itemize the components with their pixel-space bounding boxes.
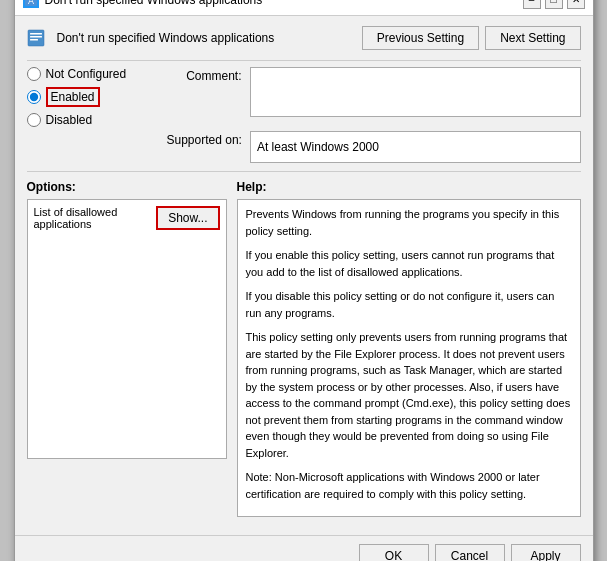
help-p5: Note: Non-Microsoft applications with Wi… [246, 469, 572, 502]
show-button[interactable]: Show... [156, 206, 219, 230]
title-bar: A Don't run specified Windows applicatio… [15, 0, 593, 16]
main-area: Not Configured Enabled Disabled Comment: [27, 67, 581, 163]
previous-setting-button[interactable]: Previous Setting [362, 26, 479, 50]
right-panel: Comment: Supported on: At least Windows … [167, 67, 581, 163]
help-panel: Help: Prevents Windows from running the … [237, 180, 581, 517]
dialog-content: Don't run specified Windows applications… [15, 16, 593, 527]
svg-rect-4 [30, 36, 42, 38]
bottom-bar: OK Cancel Apply [15, 535, 593, 561]
window-icon: A [23, 0, 39, 8]
supported-section: Supported on: At least Windows 2000 [167, 131, 581, 163]
comment-section: Comment: [167, 67, 581, 117]
apply-button[interactable]: Apply [511, 544, 581, 561]
options-content: List of disallowed applications Show... [27, 199, 227, 459]
options-help-row: Options: List of disallowed applications… [27, 180, 581, 517]
enabled-input[interactable] [27, 90, 41, 104]
disabled-input[interactable] [27, 113, 41, 127]
supported-label: Supported on: [167, 131, 242, 147]
section-divider [27, 171, 581, 172]
help-p3: If you disable this policy setting or do… [246, 288, 572, 321]
dialog-header-title: Don't run specified Windows applications [57, 31, 275, 45]
ok-button[interactable]: OK [359, 544, 429, 561]
options-panel: Options: List of disallowed applications… [27, 180, 227, 517]
svg-rect-3 [30, 33, 42, 35]
not-configured-input[interactable] [27, 67, 41, 81]
cancel-button[interactable]: Cancel [435, 544, 505, 561]
enabled-radio[interactable]: Enabled [27, 87, 157, 107]
header-left: Don't run specified Windows applications [27, 27, 275, 49]
header-buttons: Previous Setting Next Setting [362, 26, 581, 50]
minimize-button[interactable]: – [523, 0, 541, 9]
radio-group: Not Configured Enabled Disabled [27, 67, 157, 127]
header-divider [27, 60, 581, 61]
help-p4: This policy setting only prevents users … [246, 329, 572, 461]
enabled-label: Enabled [46, 87, 100, 107]
help-p1: Prevents Windows from running the progra… [246, 206, 572, 239]
help-content: Prevents Windows from running the progra… [237, 199, 581, 517]
svg-rect-2 [28, 30, 44, 46]
policy-icon [27, 27, 49, 49]
disabled-radio[interactable]: Disabled [27, 113, 157, 127]
disallowed-apps-row: List of disallowed applications Show... [34, 206, 220, 230]
svg-text:A: A [28, 0, 34, 6]
comment-input[interactable] [250, 67, 581, 117]
not-configured-radio[interactable]: Not Configured [27, 67, 157, 81]
help-title: Help: [237, 180, 581, 194]
disabled-label: Disabled [46, 113, 93, 127]
main-window: A Don't run specified Windows applicatio… [14, 0, 594, 561]
radio-panel: Not Configured Enabled Disabled [27, 67, 157, 163]
list-label: List of disallowed applications [34, 206, 151, 230]
comment-label: Comment: [167, 67, 242, 83]
svg-rect-5 [30, 39, 38, 41]
options-title: Options: [27, 180, 227, 194]
close-button[interactable]: ✕ [567, 0, 585, 9]
maximize-button[interactable]: □ [545, 0, 563, 9]
next-setting-button[interactable]: Next Setting [485, 26, 580, 50]
window-controls: – □ ✕ [523, 0, 585, 9]
not-configured-label: Not Configured [46, 67, 127, 81]
supported-value: At least Windows 2000 [250, 131, 581, 163]
window-title: Don't run specified Windows applications [45, 0, 517, 7]
dialog-header: Don't run specified Windows applications… [27, 26, 581, 50]
help-p2: If you enable this policy setting, users… [246, 247, 572, 280]
